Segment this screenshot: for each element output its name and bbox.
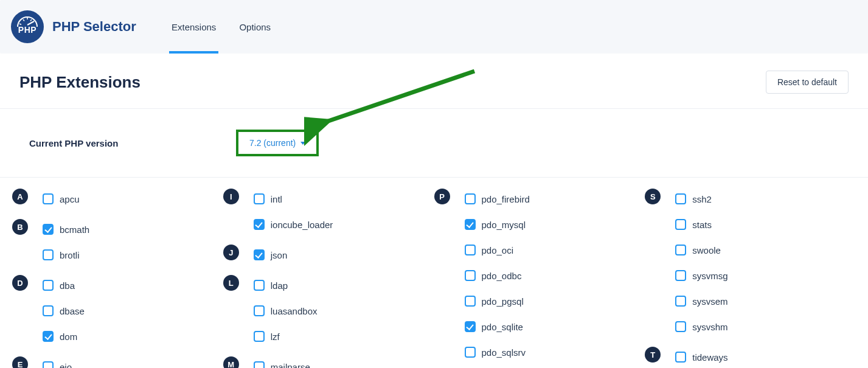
extension-name: dbase <box>60 306 85 316</box>
extension-item-dom[interactable]: dom <box>43 326 77 347</box>
extension-item-stats[interactable]: stats <box>675 214 712 235</box>
extension-item-ldap[interactable]: ldap <box>254 275 288 296</box>
tab-extensions[interactable]: Extensions <box>169 0 218 54</box>
extension-item-pdo_oci[interactable]: pdo_oci <box>465 240 514 260</box>
extension-checkbox[interactable] <box>254 305 265 316</box>
extension-name: ioncube_loader <box>271 220 333 230</box>
extension-item-dbase[interactable]: dbase <box>43 300 85 321</box>
group-letter-spacer <box>223 214 239 230</box>
extension-item-pdo_sqlite[interactable]: pdo_sqlite <box>465 316 523 337</box>
extension-item-dba[interactable]: dba <box>43 275 75 296</box>
extension-name: intl <box>271 194 282 204</box>
extension-row: Lldap <box>223 275 434 296</box>
extension-row: pdo_oci <box>434 240 645 260</box>
extension-item-sysvshm[interactable]: sysvshm <box>675 316 727 337</box>
extension-checkbox[interactable] <box>43 224 54 235</box>
extension-checkbox[interactable] <box>465 321 476 332</box>
extension-item-pdo_firebird[interactable]: pdo_firebird <box>465 189 530 209</box>
extension-checkbox[interactable] <box>43 249 54 260</box>
extension-checkbox[interactable] <box>675 352 686 363</box>
extension-name: eio <box>60 362 72 369</box>
extension-row: Eeio <box>12 356 223 368</box>
extension-checkbox[interactable] <box>254 361 265 368</box>
extension-row: ioncube_loader <box>223 214 434 235</box>
extension-checkbox[interactable] <box>675 193 686 204</box>
extension-row: pdo_pgsql <box>434 291 645 311</box>
extension-checkbox[interactable] <box>465 219 476 230</box>
extension-row: pdo_sqlite <box>434 316 645 337</box>
extension-checkbox[interactable] <box>465 296 476 307</box>
extensions-column: Sssh2statsswoolesysvmsgsysvsemsysvshmTti… <box>645 189 856 368</box>
extension-row: dbase <box>12 300 223 321</box>
extension-item-ssh2[interactable]: ssh2 <box>675 189 712 209</box>
extension-row: dom <box>12 326 223 347</box>
svg-line-0 <box>19 24 21 25</box>
extension-row: Jjson <box>223 245 434 265</box>
extension-item-pdo_mysql[interactable]: pdo_mysql <box>465 214 526 235</box>
extension-checkbox[interactable] <box>465 245 476 255</box>
php-version-dropdown[interactable]: 7.2 (current) <box>236 130 319 156</box>
extension-item-sysvsem[interactable]: sysvsem <box>675 291 727 311</box>
group-letter-badge: J <box>223 245 239 260</box>
extension-row: Ppdo_firebird <box>434 189 645 209</box>
tab-options[interactable]: Options <box>237 0 273 54</box>
extension-checkbox[interactable] <box>675 219 686 230</box>
extension-row: swoole <box>645 240 856 260</box>
extensions-grid: AapcuBbcmathbrotliDdbadbasedomEeioenchan… <box>0 178 868 368</box>
extension-item-mailparse[interactable]: mailparse <box>254 356 310 368</box>
extension-checkbox[interactable] <box>675 321 686 332</box>
extension-checkbox[interactable] <box>675 296 686 307</box>
extension-name: sysvmsg <box>692 271 727 281</box>
extension-checkbox[interactable] <box>254 331 265 342</box>
extension-checkbox[interactable] <box>675 270 686 281</box>
extension-checkbox[interactable] <box>43 361 54 368</box>
extension-item-json[interactable]: json <box>254 245 288 265</box>
extension-item-pdo_pgsql[interactable]: pdo_pgsql <box>465 291 524 311</box>
extensions-column: AapcuBbcmathbrotliDdbadbasedomEeioenchan… <box>12 189 223 368</box>
extension-item-eio[interactable]: eio <box>43 356 72 368</box>
extension-item-apcu[interactable]: apcu <box>43 189 80 209</box>
extension-name: brotli <box>60 250 80 260</box>
group-letter-badge: L <box>223 275 239 291</box>
group-letter-badge: T <box>645 347 661 363</box>
extension-checkbox[interactable] <box>43 331 54 342</box>
extension-name: dom <box>60 332 77 342</box>
extension-checkbox[interactable] <box>465 270 476 281</box>
extension-checkbox[interactable] <box>43 305 54 316</box>
extension-item-swoole[interactable]: swoole <box>675 240 721 260</box>
extension-checkbox[interactable] <box>254 280 265 291</box>
extension-item-bcmath[interactable]: bcmath <box>43 219 89 240</box>
extension-checkbox[interactable] <box>43 280 54 291</box>
extension-checkbox[interactable] <box>43 193 54 204</box>
extension-row: Ttideways <box>645 347 856 367</box>
extension-item-intl[interactable]: intl <box>254 189 282 209</box>
group-letter-badge: S <box>645 189 661 204</box>
extension-checkbox[interactable] <box>675 245 686 255</box>
extension-row: sysvsem <box>645 291 856 311</box>
extension-checkbox[interactable] <box>465 347 476 358</box>
extension-name: pdo_sqlite <box>482 322 523 332</box>
reset-to-default-button[interactable]: Reset to default <box>766 71 849 94</box>
extensions-column: Iintlioncube_loaderJjsonLldapluasandboxl… <box>223 189 434 368</box>
extension-item-brotli[interactable]: brotli <box>43 245 80 265</box>
extension-row: luasandbox <box>223 300 434 321</box>
group-letter-spacer <box>645 316 661 332</box>
group-letter-spacer <box>12 300 28 316</box>
extension-checkbox[interactable] <box>254 249 265 260</box>
extension-item-pdo_sqlsrv[interactable]: pdo_sqlsrv <box>465 342 526 363</box>
php-version-label: Current PHP version <box>29 138 236 148</box>
extension-checkbox[interactable] <box>465 193 476 204</box>
extension-item-ioncube_loader[interactable]: ioncube_loader <box>254 214 333 235</box>
extension-item-luasandbox[interactable]: luasandbox <box>254 300 318 321</box>
extension-item-lzf[interactable]: lzf <box>254 326 280 347</box>
extension-checkbox[interactable] <box>254 193 265 204</box>
extension-item-pdo_odbc[interactable]: pdo_odbc <box>465 265 522 286</box>
brand-block: PHP PHP Selector <box>11 10 157 43</box>
extension-checkbox[interactable] <box>254 219 265 230</box>
extension-name: mailparse <box>271 362 310 369</box>
extension-name: pdo_sqlsrv <box>482 347 526 358</box>
extension-name: pdo_odbc <box>482 271 522 281</box>
extension-item-sysvmsg[interactable]: sysvmsg <box>675 265 727 286</box>
extension-name: pdo_oci <box>482 245 514 255</box>
extension-item-tideways[interactable]: tideways <box>675 347 727 367</box>
